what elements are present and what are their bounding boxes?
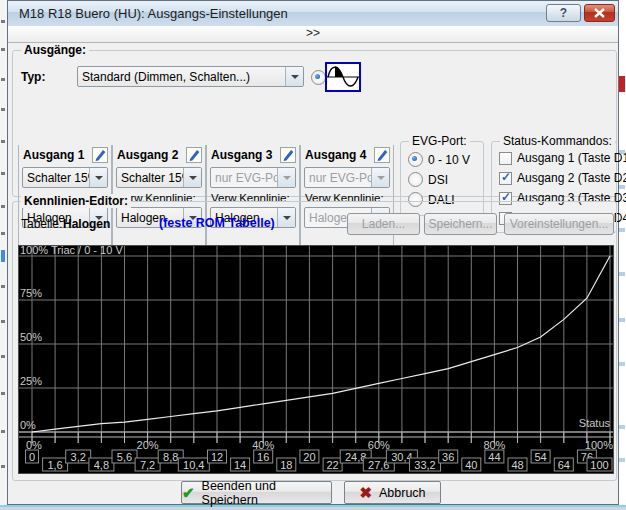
chevron-down-icon (371, 168, 389, 187)
dimmer-waveform-icon (325, 62, 361, 96)
svg-text:80%: 80% (483, 439, 505, 451)
svg-text:1,6: 1,6 (47, 459, 62, 471)
speichern-button: Speichern... (424, 213, 497, 235)
title-bar[interactable]: M18 R18 Buero (HU): Ausgangs-Einstellung… (8, 1, 618, 27)
svg-text:18: 18 (280, 459, 292, 471)
output-mode-dropdown[interactable]: Schalter 15% (22, 167, 108, 188)
edit-icon[interactable] (186, 147, 202, 163)
check-icon: ✔ (182, 485, 195, 500)
svg-text:16: 16 (257, 451, 269, 463)
checkbox-ausgang-1[interactable]: ✓ Ausgang 1 (Taste D1) (499, 151, 626, 165)
svg-text:20: 20 (303, 451, 315, 463)
group-status-label: Status-Kommandos: (500, 134, 615, 148)
chevron-down-icon (89, 168, 107, 187)
svg-text:40: 40 (465, 459, 477, 471)
svg-text:10,4: 10,4 (183, 459, 204, 471)
svg-text:100%: 100% (585, 439, 613, 451)
laden-button: Laden... (347, 213, 420, 235)
chevron-down-icon (183, 168, 201, 187)
radio-icon (408, 152, 423, 167)
radio-label: DSI (428, 173, 448, 187)
svg-text:4,8: 4,8 (94, 459, 109, 471)
svg-text:0: 0 (29, 451, 35, 463)
svg-text:0%: 0% (26, 439, 42, 451)
checkbox-icon: ✓ (499, 172, 512, 185)
cancel-button-label: Abbruch (379, 486, 426, 500)
group-evg-label: EVG-Port: (409, 134, 470, 148)
edit-icon[interactable] (92, 147, 108, 163)
edit-icon[interactable] (280, 147, 296, 163)
expander-chevrons: >> (306, 26, 320, 40)
svg-text:60%: 60% (368, 439, 390, 451)
dialog-ausgangs-einstellungen: M18 R18 Buero (HU): Ausgangs-Einstellung… (7, 0, 619, 505)
svg-text:Status: Status (579, 417, 611, 429)
svg-text:44: 44 (488, 451, 500, 463)
group-ausgaenge-label: Ausgänge: (21, 43, 89, 57)
svg-text:33,2: 33,2 (414, 459, 435, 471)
svg-text:64: 64 (558, 459, 570, 471)
svg-text:7,2: 7,2 (140, 459, 155, 471)
kennlinie-chart-canvas[interactable]: 100% Triac / 0 - 10 V75%50%25%0%0%20%40%… (18, 245, 614, 474)
output-title: Ausgang 2 (117, 148, 178, 162)
close-icon (594, 8, 605, 18)
typ-dropdown-value: Standard (Dimmen, Schalten...) (78, 70, 285, 84)
edit-icon[interactable] (374, 147, 390, 163)
checkbox-icon: ✓ (499, 152, 512, 165)
svg-text:12: 12 (211, 451, 223, 463)
output-mode-value: Schalter 15% (117, 171, 183, 185)
typ-dropdown[interactable]: Standard (Dimmen, Schalten...) (77, 66, 304, 87)
output-title: Ausgang 1 (23, 148, 84, 162)
tabelle-value: Halogen (63, 217, 110, 231)
svg-text:36: 36 (442, 451, 454, 463)
x-icon: ✖ (359, 485, 372, 500)
checkbox-label: Ausgang 1 (Taste D1) (517, 151, 626, 165)
svg-text:25%: 25% (20, 375, 42, 387)
svg-text:3,2: 3,2 (71, 451, 86, 463)
svg-text:20%: 20% (137, 439, 159, 451)
window-title: M18 R18 Buero (HU): Ausgangs-Einstellung… (19, 6, 288, 21)
group-ausgaenge: Ausgänge: Typ: Standard (Dimmen, Schalte… (12, 50, 617, 197)
radio-0-10v[interactable]: 0 - 10 V (408, 152, 470, 167)
typ-radio[interactable] (311, 70, 326, 85)
save-and-exit-button[interactable]: ✔ Beenden und Speichern (181, 481, 332, 504)
output-mode-dropdown: nur EVG-Port (210, 167, 296, 188)
expander-bar[interactable]: >> (8, 26, 618, 43)
group-kennlinien-editor: Kennlinien-Editor: Tabelle: Halogen (fes… (12, 201, 617, 481)
radio-icon (408, 172, 423, 187)
svg-text:22: 22 (326, 459, 338, 471)
background-app-right-sliver (619, 0, 626, 510)
output-mode-value: nur EVG-Port (211, 171, 277, 185)
voreinstellungen-button: Voreinstellungen... (504, 213, 614, 235)
output-title: Ausgang 3 (211, 148, 272, 162)
radio-dsi[interactable]: DSI (408, 172, 448, 187)
tabelle-label: Tabelle: (21, 217, 62, 231)
group-kennlinien-label: Kennlinien-Editor: (21, 194, 131, 208)
output-mode-value: Schalter 15% (23, 171, 89, 185)
svg-text:5,6: 5,6 (117, 451, 132, 463)
checkbox-ausgang-2[interactable]: ✓ Ausgang 2 (Taste D2) (499, 171, 626, 185)
radio-label: 0 - 10 V (428, 153, 470, 167)
svg-text:50%: 50% (20, 331, 42, 343)
svg-text:40%: 40% (252, 439, 274, 451)
svg-text:75%: 75% (20, 287, 42, 299)
svg-text:14: 14 (234, 459, 246, 471)
cancel-button[interactable]: ✖ Abbruch (344, 481, 441, 504)
help-button[interactable]: ? (546, 4, 581, 22)
svg-text:100: 100 (590, 459, 608, 471)
chevron-down-icon (277, 168, 295, 187)
svg-text:54: 54 (534, 451, 546, 463)
svg-text:0%: 0% (20, 419, 36, 431)
rom-table-note: (feste ROM Tabelle) (159, 216, 275, 230)
svg-text:100% Triac / 0 - 10 V: 100% Triac / 0 - 10 V (20, 246, 123, 256)
save-button-label: Beenden und Speichern (202, 479, 331, 507)
output-mode-dropdown: nur EVG-Port (304, 167, 390, 188)
checkbox-label: Ausgang 2 (Taste D2) (517, 171, 626, 185)
close-button[interactable] (584, 4, 615, 22)
output-mode-dropdown[interactable]: Schalter 15% (116, 167, 202, 188)
chevron-down-icon (285, 67, 303, 86)
typ-label: Typ: (21, 70, 45, 84)
svg-text:48: 48 (511, 459, 523, 471)
svg-text:8,8: 8,8 (163, 451, 178, 463)
output-title: Ausgang 4 (305, 148, 366, 162)
output-mode-value: nur EVG-Port (305, 171, 371, 185)
